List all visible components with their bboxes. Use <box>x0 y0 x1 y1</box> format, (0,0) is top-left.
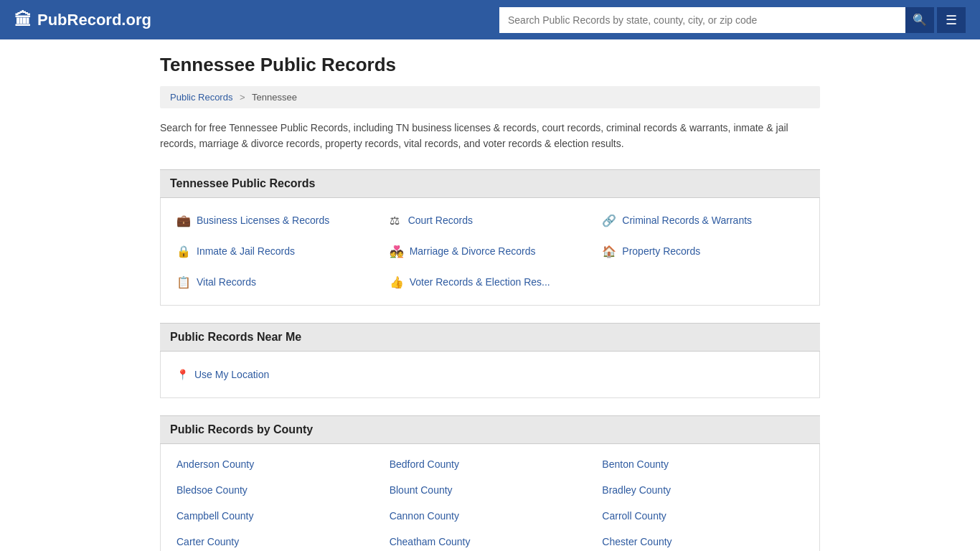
logo-text: PubRecord.org <box>37 11 151 29</box>
county-item[interactable]: Bradley County <box>596 477 809 503</box>
records-section-heading: Tennessee Public Records <box>160 169 820 198</box>
county-item[interactable]: Blount County <box>384 477 597 503</box>
record-icon: ⚖ <box>390 214 402 227</box>
record-icon: 💼 <box>176 214 191 227</box>
menu-icon: ☰ <box>946 12 957 28</box>
county-item[interactable]: Bedford County <box>384 451 597 477</box>
record-icon: 📋 <box>176 276 191 289</box>
record-item[interactable]: 🏠 Property Records <box>596 236 809 267</box>
location-icon: 📍 <box>176 369 189 380</box>
record-icon: 🔒 <box>176 245 191 258</box>
breadcrumb-current: Tennessee <box>252 92 297 103</box>
record-item[interactable]: 🔒 Inmate & Jail Records <box>171 236 384 267</box>
record-label: Property Records <box>622 245 700 257</box>
breadcrumb: Public Records > Tennessee <box>160 86 820 108</box>
record-item[interactable]: 💼 Business Licenses & Records <box>171 205 384 236</box>
record-icon: 🏠 <box>602 245 616 258</box>
record-icon: 💑 <box>390 245 404 258</box>
search-input[interactable] <box>499 7 905 33</box>
near-me-heading: Public Records Near Me <box>160 323 820 352</box>
search-icon: 🔍 <box>913 13 927 27</box>
record-icon: 🔗 <box>602 214 616 227</box>
county-item[interactable]: Carroll County <box>596 503 809 529</box>
record-icon: 👍 <box>390 276 404 289</box>
page-title: Tennessee Public Records <box>160 54 820 76</box>
counties-section: Public Records by County Anderson County… <box>160 415 820 551</box>
record-label: Inmate & Jail Records <box>197 245 295 257</box>
record-label: Marriage & Divorce Records <box>410 245 536 257</box>
menu-button[interactable]: ☰ <box>937 7 966 33</box>
county-item[interactable]: Campbell County <box>171 503 384 529</box>
county-item[interactable]: Carter County <box>171 529 384 551</box>
logo-icon: 🏛 <box>14 10 32 30</box>
site-logo[interactable]: 🏛 PubRecord.org <box>14 10 151 30</box>
county-item[interactable]: Cheatham County <box>384 529 597 551</box>
record-item[interactable]: 💑 Marriage & Divorce Records <box>384 236 597 267</box>
record-label: Court Records <box>408 215 473 226</box>
county-item[interactable]: Benton County <box>596 451 809 477</box>
use-my-location-label: Use My Location <box>194 369 269 380</box>
record-item[interactable]: ⚖ Court Records <box>384 205 597 236</box>
breadcrumb-home[interactable]: Public Records <box>170 92 232 103</box>
counties-heading: Public Records by County <box>160 415 820 444</box>
search-button[interactable]: 🔍 <box>905 7 934 33</box>
record-item[interactable]: 🔗 Criminal Records & Warrants <box>596 205 809 236</box>
record-label: Vital Records <box>197 276 256 288</box>
county-item[interactable]: Anderson County <box>171 451 384 477</box>
records-section: Tennessee Public Records 💼 Business Lice… <box>160 169 820 306</box>
breadcrumb-separator: > <box>240 92 245 103</box>
record-label: Voter Records & Election Res... <box>410 276 550 288</box>
use-my-location[interactable]: 📍 Use My Location <box>171 359 809 390</box>
near-me-section: Public Records Near Me 📍 Use My Location <box>160 323 820 398</box>
page-description: Search for free Tennessee Public Records… <box>160 120 820 152</box>
county-item[interactable]: Bledsoe County <box>171 477 384 503</box>
county-item[interactable]: Cannon County <box>384 503 597 529</box>
county-item[interactable]: Chester County <box>596 529 809 551</box>
record-label: Criminal Records & Warrants <box>622 215 752 226</box>
record-item[interactable]: 📋 Vital Records <box>171 267 384 298</box>
record-item[interactable]: 👍 Voter Records & Election Res... <box>384 267 597 298</box>
record-label: Business Licenses & Records <box>197 215 329 226</box>
